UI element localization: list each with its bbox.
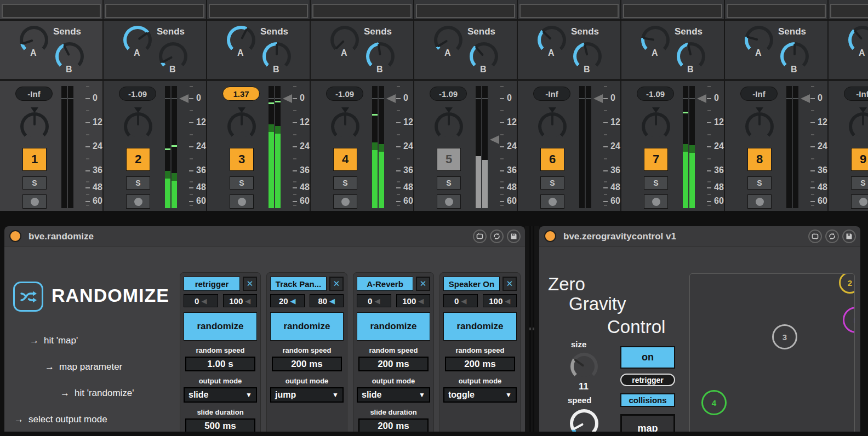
remove-mapping-button[interactable]: ✕	[502, 277, 517, 291]
spinner-icon[interactable]: ◀	[245, 297, 250, 305]
arm-button[interactable]	[437, 194, 461, 209]
track-activator-button[interactable]: 4	[333, 148, 357, 171]
send-a-knob[interactable]	[641, 26, 670, 54]
device-on-led[interactable]	[544, 230, 556, 242]
range-min-input[interactable]: 0◀	[184, 294, 218, 307]
gravity-canvas[interactable]: 253401	[689, 273, 855, 432]
mixer-track[interactable]: Sends A B -1.09 5 S	[414, 0, 517, 211]
pan-knob[interactable]	[124, 112, 152, 141]
mixer-track[interactable]: Sends A B -1.09 7 S	[621, 0, 724, 211]
range-max-input[interactable]: 100◀	[483, 294, 517, 307]
clip-slot[interactable]	[519, 4, 619, 18]
mapped-parameter-name[interactable]: Speaker On	[443, 277, 500, 291]
clip-slot[interactable]	[312, 4, 412, 18]
volume-value[interactable]: -Inf	[740, 87, 778, 101]
track-activator-button[interactable]: 3	[230, 148, 254, 171]
volume-value[interactable]: -1.09	[119, 87, 156, 101]
output-mode-dropdown[interactable]: jump▼	[270, 387, 344, 403]
device-on-led[interactable]	[9, 230, 21, 242]
pan-knob[interactable]	[227, 112, 256, 141]
send-a-knob[interactable]	[745, 26, 773, 54]
arm-button[interactable]	[540, 194, 564, 209]
remove-mapping-button[interactable]: ✕	[416, 277, 430, 291]
spinner-icon[interactable]: ◀	[374, 297, 380, 305]
remove-mapping-button[interactable]: ✕	[329, 277, 344, 291]
unfold-device-icon[interactable]	[473, 230, 487, 243]
speed-knob[interactable]	[570, 409, 598, 432]
save-preset-icon[interactable]	[842, 230, 856, 243]
on-toggle-button[interactable]: on	[620, 346, 675, 369]
send-b-knob[interactable]	[55, 42, 84, 71]
pan-knob[interactable]	[849, 112, 868, 141]
spinner-icon[interactable]: ◀	[329, 297, 335, 305]
mixer-track[interactable]: Sends A B 1.37 3 S	[207, 0, 310, 211]
arm-button[interactable]	[333, 194, 357, 209]
hot-swap-icon[interactable]	[825, 230, 839, 243]
save-preset-icon[interactable]	[507, 230, 521, 243]
device-title-bar[interactable]: bve.zerogravitycontrol v1	[539, 226, 860, 246]
clip-slot[interactable]	[623, 4, 722, 18]
send-b-knob[interactable]	[262, 42, 291, 71]
range-min-input[interactable]: 0◀	[443, 294, 478, 307]
send-b-knob[interactable]	[159, 42, 187, 71]
mixer-track[interactable]: Sends A B -1.09 2 S	[104, 0, 206, 211]
send-a-knob[interactable]	[848, 26, 868, 54]
arm-button[interactable]	[644, 194, 668, 209]
volume-value[interactable]: 1.37	[222, 87, 260, 101]
output-mode-dropdown[interactable]: toggle▼	[443, 387, 517, 403]
send-a-knob[interactable]	[20, 26, 48, 54]
randomize-button[interactable]: randomize	[270, 312, 344, 341]
solo-button[interactable]: S	[22, 176, 47, 190]
send-a-knob[interactable]	[434, 26, 462, 54]
track-activator-button[interactable]: 2	[126, 148, 150, 171]
solo-button[interactable]: S	[333, 176, 357, 190]
hot-swap-icon[interactable]	[490, 230, 504, 243]
send-a-knob[interactable]	[123, 26, 152, 54]
pan-knob[interactable]	[435, 112, 463, 141]
volume-value[interactable]: -1.09	[326, 87, 363, 101]
retrigger-button[interactable]: retrigger	[620, 374, 675, 386]
unfold-device-icon[interactable]	[808, 230, 822, 243]
pan-knob[interactable]	[642, 112, 670, 141]
spinner-icon[interactable]: ◀	[461, 297, 466, 305]
range-min-input[interactable]: 20◀	[270, 294, 305, 307]
pan-knob[interactable]	[538, 112, 567, 141]
map-button[interactable]: map	[620, 414, 675, 432]
range-max-input[interactable]: 80◀	[310, 294, 344, 307]
arm-button[interactable]	[230, 194, 254, 209]
mapped-parameter-name[interactable]: Track Pan...	[270, 277, 327, 291]
random-speed-input[interactable]: 200 ms	[272, 357, 342, 371]
spinner-icon[interactable]: ◀	[418, 297, 424, 305]
volume-value[interactable]: -1.09	[637, 87, 674, 101]
spinner-icon[interactable]: ◀	[505, 297, 510, 305]
track-activator-button[interactable]: 1	[22, 148, 47, 171]
range-max-input[interactable]: 100◀	[223, 294, 258, 307]
remove-mapping-button[interactable]: ✕	[243, 277, 257, 291]
arm-button[interactable]	[851, 194, 868, 209]
spinner-icon[interactable]: ◀	[290, 297, 296, 305]
arm-button[interactable]	[747, 194, 772, 209]
clip-slot[interactable]	[209, 4, 308, 18]
volume-value[interactable]: -Inf	[15, 87, 53, 101]
send-b-knob[interactable]	[573, 42, 602, 71]
mixer-track[interactable]: Sends A B -Inf 8 S	[725, 0, 827, 211]
spinner-icon[interactable]: ◀	[201, 297, 207, 305]
solo-button[interactable]: S	[540, 176, 564, 190]
clip-slot[interactable]	[105, 4, 204, 18]
send-b-knob[interactable]	[780, 42, 809, 71]
device-title-bar[interactable]: bve.randomize	[4, 226, 525, 246]
solo-button[interactable]: S	[851, 176, 868, 190]
solo-button[interactable]: S	[437, 176, 461, 190]
volume-value[interactable]: -Inf	[533, 87, 570, 101]
device-drag-handle[interactable]	[525, 226, 539, 432]
random-speed-input[interactable]: 200 ms	[445, 357, 515, 371]
mapped-parameter-name[interactable]: A-Reverb	[357, 277, 413, 291]
range-max-input[interactable]: 100◀	[396, 294, 431, 307]
send-b-knob[interactable]	[677, 42, 705, 71]
randomize-button[interactable]: randomize	[184, 312, 257, 341]
arm-button[interactable]	[126, 194, 150, 209]
random-speed-input[interactable]: 200 ms	[358, 357, 429, 371]
pan-knob[interactable]	[745, 112, 774, 141]
clip-slot[interactable]	[2, 4, 101, 18]
size-knob[interactable]	[570, 353, 598, 380]
